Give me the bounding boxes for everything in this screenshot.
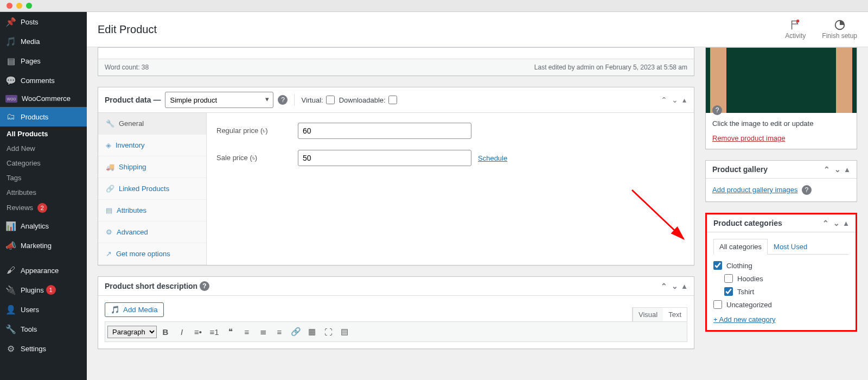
gear-icon: ⚙: [5, 343, 16, 354]
sidebar-label: Users: [21, 306, 39, 314]
tab-get-more-options[interactable]: ↗Get more options: [98, 243, 206, 265]
add-gallery-link[interactable]: Add product gallery images: [712, 186, 798, 194]
category-item[interactable]: Clothing: [713, 259, 849, 272]
downloadable-checkbox[interactable]: [388, 96, 397, 104]
bold-button[interactable]: B: [158, 324, 173, 339]
category-item[interactable]: Hoodies: [713, 272, 849, 285]
activity-button[interactable]: Activity: [785, 19, 806, 40]
regular-price-input[interactable]: [298, 123, 471, 139]
product-categories-box: Product categories ⌃⌄▴ All categories Mo…: [705, 213, 857, 332]
schedule-link[interactable]: Schedule: [478, 154, 507, 162]
close-dot[interactable]: [7, 3, 12, 9]
tab-linked-products[interactable]: 🔗Linked Products: [98, 178, 206, 200]
collapse-icon[interactable]: ▴: [843, 219, 849, 227]
tab-inventory[interactable]: ◈Inventory: [98, 135, 206, 156]
help-icon[interactable]: ?: [712, 105, 722, 115]
text-tab[interactable]: Text: [663, 308, 687, 321]
submenu-add-new[interactable]: Add New: [0, 141, 87, 156]
submenu-reviews[interactable]: Reviews 2: [0, 200, 87, 216]
chevron-up-icon[interactable]: ⌃: [660, 96, 668, 104]
sidebar-item-analytics[interactable]: 📊Analytics: [0, 216, 87, 236]
page-title: Edit Product: [98, 23, 157, 36]
align-right-button[interactable]: ≡: [272, 324, 287, 339]
sidebar-item-users[interactable]: 👤Users: [0, 300, 87, 319]
chevron-up-icon[interactable]: ⌃: [822, 165, 831, 174]
more-button[interactable]: ▦: [304, 324, 320, 339]
category-checkbox[interactable]: [713, 261, 722, 270]
align-left-button[interactable]: ≡: [239, 324, 254, 339]
sidebar-item-woocommerce[interactable]: wooWooCommerce: [0, 90, 87, 107]
category-item[interactable]: Tshirt: [713, 285, 849, 298]
product-type-select[interactable]: Simple product: [165, 92, 273, 108]
sidebar-item-pages[interactable]: ▤Pages: [0, 51, 87, 71]
category-checkbox[interactable]: [724, 287, 733, 296]
sidebar-item-settings[interactable]: ⚙Settings: [0, 339, 87, 358]
product-data-box: Product data — Simple product ? Virtual:…: [98, 87, 694, 265]
submenu-tags[interactable]: Tags: [0, 170, 87, 185]
help-icon[interactable]: ?: [200, 281, 209, 291]
visual-tab[interactable]: Visual: [633, 308, 663, 321]
chevron-down-icon[interactable]: ⌄: [832, 219, 841, 227]
virtual-checkbox[interactable]: [326, 96, 335, 104]
tab-attributes[interactable]: ▤Attributes: [98, 200, 206, 221]
sidebar-label: Posts: [21, 18, 39, 26]
sidebar-item-appearance[interactable]: 🖌Appearance: [0, 261, 87, 280]
category-checkbox[interactable]: [713, 300, 722, 309]
sidebar-item-comments[interactable]: 💬Comments: [0, 71, 87, 90]
help-icon[interactable]: ?: [802, 185, 812, 195]
collapse-icon[interactable]: ▴: [681, 282, 687, 290]
sidebar-item-plugins[interactable]: 🔌Plugins 1: [0, 280, 87, 300]
submenu-all-products[interactable]: All Products: [0, 126, 87, 141]
all-categories-tab[interactable]: All categories: [713, 239, 768, 255]
remove-image-link[interactable]: Remove product image: [712, 134, 785, 142]
product-image-thumbnail[interactable]: [706, 48, 857, 113]
category-item[interactable]: Uncategorized: [713, 298, 849, 311]
sale-price-input[interactable]: [298, 150, 471, 166]
tab-shipping[interactable]: 🚚Shipping: [98, 156, 206, 178]
chevron-down-icon[interactable]: ⌄: [833, 165, 842, 174]
sidebar-item-marketing[interactable]: 📣Marketing: [0, 236, 87, 255]
category-checkbox[interactable]: [724, 274, 733, 283]
virtual-checkbox-wrap[interactable]: Virtual:: [301, 96, 334, 104]
gallery-title: Product gallery: [712, 165, 768, 174]
align-center-button[interactable]: ≣: [256, 324, 271, 339]
finish-setup-button[interactable]: Finish setup: [822, 19, 857, 40]
user-icon: 👤: [5, 304, 16, 315]
collapse-icon[interactable]: ▴: [681, 96, 687, 104]
sidebar-item-products[interactable]: 🗂Products: [0, 107, 87, 126]
category-label: Clothing: [726, 262, 752, 270]
submenu-categories[interactable]: Categories: [0, 156, 87, 170]
help-icon[interactable]: ?: [278, 95, 288, 105]
chevron-up-icon[interactable]: ⌃: [660, 282, 668, 290]
sidebar-item-tools[interactable]: 🔧Tools: [0, 319, 87, 339]
badge-count: 1: [46, 285, 56, 295]
tab-advanced[interactable]: ⚙Advanced: [98, 221, 206, 243]
sidebar-item-media[interactable]: 🎵Media: [0, 31, 87, 51]
chevron-down-icon[interactable]: ⌄: [671, 282, 679, 290]
short-description-box: Product short description ? ⌃ ⌄ ▴ 🎵Add M…: [98, 276, 694, 349]
sidebar-item-posts[interactable]: 📌Posts: [0, 12, 87, 31]
number-list-button[interactable]: ≡1: [207, 324, 222, 339]
downloadable-checkbox-wrap[interactable]: Downloadable:: [339, 96, 397, 104]
toolbar-toggle-button[interactable]: ▤: [337, 324, 352, 339]
most-used-tab[interactable]: Most Used: [768, 239, 813, 254]
fullscreen-button[interactable]: ⛶: [321, 324, 336, 339]
tab-general[interactable]: 🔧General: [98, 113, 206, 135]
chevron-up-icon[interactable]: ⌃: [821, 219, 830, 227]
list-icon: ▤: [106, 206, 112, 214]
collapse-icon[interactable]: ▴: [844, 165, 850, 174]
add-category-link[interactable]: + Add new category: [713, 315, 776, 324]
megaphone-icon: 📣: [5, 240, 16, 251]
brush-icon: 🖌: [5, 265, 16, 276]
chevron-down-icon[interactable]: ⌄: [671, 96, 679, 104]
link-button[interactable]: 🔗: [288, 324, 303, 339]
submenu-attributes[interactable]: Attributes: [0, 185, 87, 200]
add-media-button[interactable]: 🎵Add Media: [105, 302, 164, 317]
quote-button[interactable]: ❝: [223, 324, 238, 339]
maximize-dot[interactable]: [26, 3, 32, 9]
italic-button[interactable]: I: [174, 324, 189, 339]
downloadable-label: Downloadable:: [339, 96, 386, 104]
minimize-dot[interactable]: [16, 3, 22, 9]
bullet-list-button[interactable]: ≡•: [190, 324, 206, 339]
format-select[interactable]: Paragraph: [107, 326, 157, 338]
